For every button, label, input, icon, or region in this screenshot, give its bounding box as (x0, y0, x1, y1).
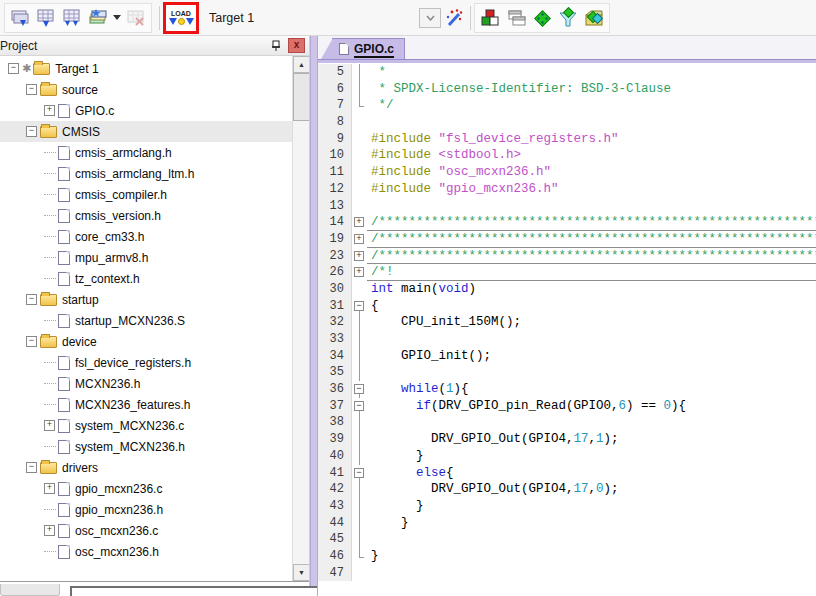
tree-item[interactable]: +system_MCXN236.c (0, 415, 292, 436)
download-to-flash-button[interactable]: LOAD (169, 10, 194, 25)
line-number: 40 (318, 448, 352, 465)
translate-button[interactable] (7, 5, 33, 31)
batch-build-caret[interactable] (111, 5, 123, 31)
code-text: DRV_GPIO_Out(GPIO4,17,1); (367, 431, 816, 448)
tree-item[interactable]: system_MCXN236.h (0, 436, 292, 457)
build-button[interactable] (33, 5, 59, 31)
file-icon (58, 314, 70, 328)
code-text: /*! (367, 264, 816, 281)
target-select-dropdown[interactable] (419, 8, 441, 28)
line-number: 19 (318, 231, 352, 248)
tree-item[interactable]: +gpio_mcxn236.c (0, 478, 292, 499)
tree-item[interactable]: +osc_mcxn236.c (0, 520, 292, 541)
stop-build-icon (125, 7, 147, 29)
collapse-icon[interactable]: − (8, 63, 19, 74)
tree-item[interactable]: cmsis_compiler.h (0, 184, 292, 205)
fold-expand-icon[interactable]: + (354, 234, 364, 244)
fold-collapse-icon[interactable]: − (354, 468, 364, 478)
file-extensions-books-button[interactable] (503, 5, 529, 31)
tree-item[interactable]: −startup (0, 289, 292, 310)
tree-item[interactable]: −source (0, 79, 292, 100)
code-line: 5 * (318, 64, 816, 81)
fold-margin (352, 498, 367, 515)
build-toolbar: LOAD Target 1 (0, 0, 816, 36)
tree-item[interactable]: MCXN236_features.h (0, 394, 292, 415)
scroll-up-button[interactable]: ▲ (293, 56, 309, 73)
tree-item[interactable]: −device (0, 331, 292, 352)
panel-bottom-tab[interactable] (0, 584, 60, 596)
code-text (367, 565, 816, 582)
tab-gpio-c[interactable]: GPIO.c (332, 38, 405, 59)
file-icon (58, 272, 70, 286)
collapse-icon[interactable]: − (26, 336, 37, 347)
tree-item[interactable]: fsl_device_registers.h (0, 352, 292, 373)
tree-item[interactable]: +GPIO.c (0, 100, 292, 121)
file-icon (58, 503, 70, 517)
options-for-target-button[interactable] (441, 5, 467, 31)
collapse-icon[interactable]: − (26, 462, 37, 473)
fold-expand-icon[interactable]: + (354, 267, 364, 277)
rebuild-button[interactable] (59, 5, 85, 31)
file-icon (58, 377, 70, 391)
batch-build-button[interactable] (85, 5, 111, 31)
tree-connector (44, 551, 56, 552)
tree-item[interactable]: −drivers (0, 457, 292, 478)
fold-collapse-icon[interactable]: − (354, 301, 364, 311)
close-panel-button[interactable]: x (288, 38, 305, 53)
tree-item[interactable]: MCXN236.h (0, 373, 292, 394)
build-button-group (4, 3, 152, 33)
manage-run-time-environment-button[interactable] (529, 5, 555, 31)
tree-connector (44, 362, 56, 363)
fold-expand-icon[interactable]: + (354, 217, 364, 227)
manage-project-items-button[interactable] (477, 5, 503, 31)
line-number: 8 (318, 114, 352, 131)
tree-item[interactable]: cmsis_version.h (0, 205, 292, 226)
fold-margin (352, 164, 367, 181)
file-icon (58, 251, 70, 265)
collapse-icon[interactable]: − (26, 294, 37, 305)
code-text: } (367, 448, 816, 465)
line-number: 42 (318, 481, 352, 498)
code-text (367, 531, 816, 548)
tree-item[interactable]: cmsis_armclang.h (0, 142, 292, 163)
tree-item-label: system_MCXN236.c (75, 419, 184, 433)
uvision-ide-window: LOAD Target 1 (0, 0, 816, 596)
scrollbar-thumb[interactable] (293, 73, 309, 121)
tree-item[interactable]: gpio_mcxn236.h (0, 499, 292, 520)
project-panel-title: Project (0, 39, 268, 53)
target-select-label[interactable]: Target 1 (209, 11, 269, 25)
tree-vertical-scrollbar[interactable]: ▲ ▼ (292, 56, 309, 581)
scroll-down-button[interactable]: ▼ (293, 564, 309, 581)
pin-panel-button[interactable] (268, 38, 284, 53)
package-icon (583, 7, 605, 29)
tree-item[interactable]: startup_MCXN236.S (0, 310, 292, 331)
tree-item[interactable]: osc_mcxn236.h (0, 541, 292, 562)
line-number: 6 (318, 81, 352, 98)
fold-collapse-icon[interactable]: − (354, 401, 364, 411)
tree-item-label: mpu_armv8.h (75, 251, 148, 265)
stop-build-button[interactable] (123, 5, 149, 31)
code-line: 30int main(void) (318, 281, 816, 298)
tree-item[interactable]: mpu_armv8.h (0, 247, 292, 268)
select-software-packs-button[interactable] (555, 5, 581, 31)
tree-item[interactable]: core_cm33.h (0, 226, 292, 247)
expand-icon[interactable]: + (44, 483, 55, 494)
file-icon (58, 146, 70, 160)
panel-splitter[interactable] (310, 36, 318, 596)
expand-icon[interactable]: + (44, 420, 55, 431)
code-text: else{ (367, 465, 816, 482)
tree-item[interactable]: cmsis_armclang_ltm.h (0, 163, 292, 184)
tree-item[interactable]: −✱Target 1 (0, 58, 292, 79)
tree-item[interactable]: tz_context.h (0, 268, 292, 289)
fold-margin: + (352, 214, 367, 231)
code-area[interactable]: 5 *6 * SPDX-License-Identifier: BSD-3-Cl… (318, 63, 816, 596)
fold-collapse-icon[interactable]: − (354, 384, 364, 394)
expand-icon[interactable]: + (44, 525, 55, 536)
tree-item[interactable]: −CMSIS (0, 121, 292, 142)
tree-connector (44, 446, 56, 447)
expand-icon[interactable]: + (44, 105, 55, 116)
fold-expand-icon[interactable]: + (354, 251, 364, 261)
collapse-icon[interactable]: − (26, 84, 37, 95)
collapse-icon[interactable]: − (26, 126, 37, 137)
pack-installer-button[interactable] (581, 5, 607, 31)
